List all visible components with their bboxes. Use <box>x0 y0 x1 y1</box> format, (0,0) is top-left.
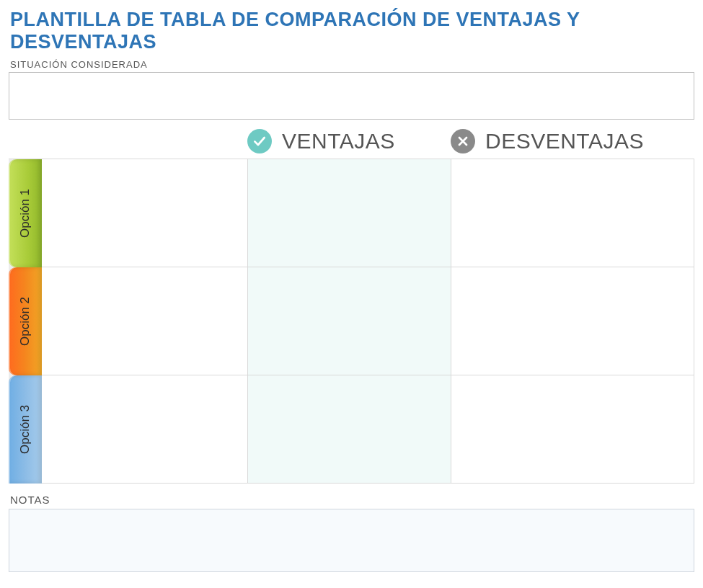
pros-header-label: VENTAJAS <box>282 129 395 153</box>
option-pros-cell[interactable] <box>247 159 451 267</box>
option-cons-cell[interactable] <box>451 267 694 375</box>
option-tab-1: Opción 1 <box>9 159 42 267</box>
comparison-grid: Opción 1 Opción 2 Opción 3 <box>9 159 694 484</box>
grid-rows <box>42 159 694 484</box>
page-title: PLANTILLA DE TABLA DE COMPARACIÓN DE VEN… <box>10 9 694 53</box>
table-row <box>42 267 694 375</box>
check-icon <box>247 129 272 153</box>
situation-label: SITUACIÓN CONSIDERADA <box>10 59 694 70</box>
option-tab-3: Opción 3 <box>9 375 42 484</box>
option-pros-cell[interactable] <box>247 375 451 483</box>
notes-label: NOTAS <box>10 494 694 506</box>
table-row <box>42 375 694 484</box>
option-tab-label: Opción 1 <box>18 189 32 238</box>
option-description-cell[interactable] <box>42 267 247 375</box>
document-page: PLANTILLA DE TABLA DE COMPARACIÓN DE VEN… <box>0 0 703 588</box>
option-tabs-column: Opción 1 Opción 2 Opción 3 <box>9 159 42 484</box>
option-tab-2: Opción 2 <box>9 267 42 375</box>
table-row <box>42 159 694 267</box>
option-description-cell[interactable] <box>42 159 247 267</box>
option-tab-label: Opción 3 <box>18 405 32 454</box>
situation-input[interactable] <box>9 72 694 120</box>
cross-icon <box>451 129 475 153</box>
option-description-cell[interactable] <box>42 375 247 483</box>
option-cons-cell[interactable] <box>451 375 694 483</box>
cons-header: DESVENTAJAS <box>451 129 694 153</box>
pros-header: VENTAJAS <box>247 129 451 153</box>
cons-header-label: DESVENTAJAS <box>485 129 644 153</box>
option-pros-cell[interactable] <box>247 267 451 375</box>
option-cons-cell[interactable] <box>451 159 694 267</box>
notes-input[interactable] <box>9 509 694 572</box>
column-headers-row: VENTAJAS DESVENTAJAS <box>9 125 694 157</box>
option-tab-label: Opción 2 <box>18 297 32 346</box>
